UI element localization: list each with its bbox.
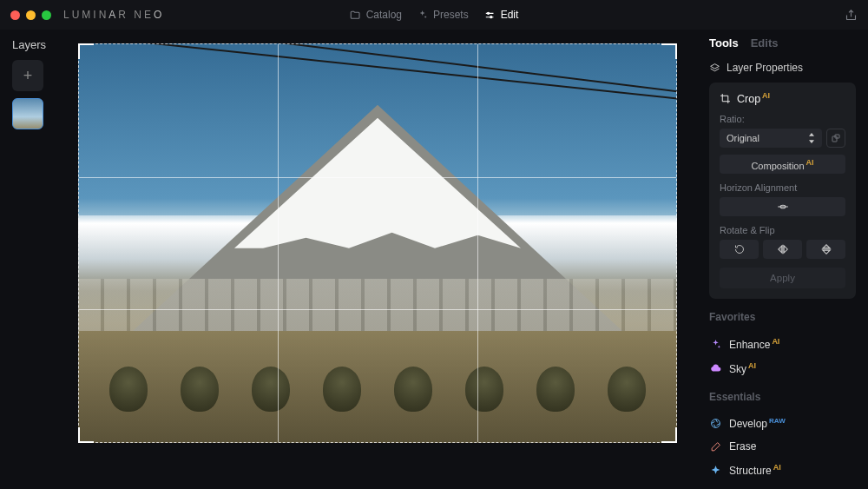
flip-vertical-button[interactable] <box>806 240 845 259</box>
rotate-flip-label: Rotate & Flip <box>720 225 845 235</box>
ai-badge: AI <box>748 361 756 370</box>
nav-presets-label: Presets <box>433 9 469 21</box>
layer-properties-label: Layer Properties <box>727 62 803 74</box>
tab-tools[interactable]: Tools <box>709 36 739 50</box>
ratio-select[interactable]: Original <box>720 129 822 148</box>
tool-sky-label: Sky <box>729 363 746 375</box>
flip-horizontal-button[interactable] <box>763 240 802 259</box>
window-controls[interactable] <box>10 10 51 20</box>
raw-badge: RAW <box>769 417 786 425</box>
sparkle-icon <box>418 10 428 20</box>
crop-tool-header[interactable]: CropAI <box>720 91 845 105</box>
tool-erase-label: Erase <box>729 440 756 453</box>
top-nav: Catalog Presets Edit <box>350 9 519 21</box>
ratio-value: Original <box>727 133 760 143</box>
swap-orientation-button[interactable] <box>826 129 845 148</box>
add-layer-button[interactable]: + <box>12 60 43 91</box>
horizon-alignment-button[interactable] <box>720 197 845 216</box>
composition-label: Composition <box>751 160 804 170</box>
layers-title: Layers <box>12 38 61 51</box>
composition-button[interactable]: CompositionAI <box>720 155 845 174</box>
nav-catalog-label: Catalog <box>366 9 402 21</box>
tool-enhance[interactable]: EnhanceAI <box>709 332 856 356</box>
horizon-label: Horizon Alignment <box>720 182 845 193</box>
canvas[interactable] <box>78 43 677 443</box>
folder-icon <box>350 10 361 21</box>
nav-catalog[interactable]: Catalog <box>350 9 402 21</box>
tool-enhance-label: Enhance <box>729 339 770 351</box>
layers-icon <box>709 63 720 74</box>
tool-sky[interactable]: SkyAI <box>709 356 856 380</box>
apply-label: Apply <box>770 273 795 283</box>
tool-develop-label: Develop <box>729 418 767 430</box>
close-window-button[interactable] <box>10 10 20 20</box>
layers-panel: Layers + <box>0 30 61 489</box>
flip-horizontal-icon <box>777 244 789 254</box>
flip-vertical-icon <box>821 243 832 255</box>
cloud-icon <box>709 362 721 374</box>
rotate-icon <box>734 244 745 254</box>
svg-point-2 <box>487 12 489 14</box>
favorites-section: Favorites <box>709 311 856 323</box>
ai-badge: AI <box>762 91 770 100</box>
horizon-icon <box>777 202 789 211</box>
ai-badge: AI <box>773 463 781 472</box>
crop-title: Crop <box>737 93 760 105</box>
share-button[interactable] <box>845 9 858 22</box>
structure-icon <box>709 464 721 476</box>
ai-badge: AI <box>772 337 779 346</box>
layer-thumbnail[interactable] <box>12 98 43 129</box>
apply-button[interactable]: Apply <box>720 268 845 288</box>
app-logo: LUMINAR NEO <box>63 9 164 21</box>
tool-develop[interactable]: DevelopRAW <box>709 412 856 435</box>
svg-point-10 <box>711 420 720 428</box>
tool-color[interactable]: Color <box>709 482 856 489</box>
essentials-section: Essentials <box>709 391 856 403</box>
ratio-label: Ratio: <box>720 114 845 124</box>
ai-badge: AI <box>806 158 814 167</box>
aperture-icon <box>709 418 721 430</box>
tool-structure-label: Structure <box>729 465 772 477</box>
nav-edit-label: Edit <box>501 9 519 21</box>
sliders-icon <box>484 10 496 21</box>
eraser-icon <box>709 440 721 453</box>
chevron-updown-icon <box>808 133 815 143</box>
nav-presets[interactable]: Presets <box>418 9 469 21</box>
maximize-window-button[interactable] <box>42 10 51 20</box>
minimize-window-button[interactable] <box>26 10 36 20</box>
layer-properties-button[interactable]: Layer Properties <box>709 62 856 74</box>
photo-preview <box>78 43 677 443</box>
crop-tool-card: CropAI Ratio: Original CompositionAI Hor… <box>709 83 856 299</box>
rotate-button[interactable] <box>720 240 759 259</box>
svg-rect-4 <box>832 136 837 142</box>
tool-erase[interactable]: Erase <box>709 435 856 458</box>
tab-edits[interactable]: Edits <box>751 36 779 50</box>
plus-icon: + <box>23 67 33 85</box>
sparkle-icon <box>709 338 721 350</box>
tools-panel: Tools Edits Layer Properties CropAI Rati… <box>699 30 868 489</box>
nav-edit[interactable]: Edit <box>484 9 519 21</box>
tool-structure[interactable]: StructureAI <box>709 458 856 482</box>
svg-point-3 <box>490 16 492 17</box>
crop-icon <box>720 93 731 104</box>
